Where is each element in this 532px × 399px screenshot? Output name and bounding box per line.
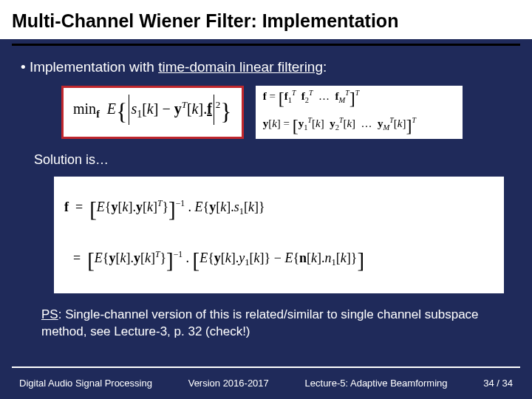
- equation-row: minf E{s1[k] − yT[k].f2} f = [f1T f2T … …: [61, 86, 511, 139]
- solution-line-2: = [E{y[k].y[k]T}]−1 . [E{y[k].y1[k]} − E…: [64, 235, 494, 286]
- footer-center: Version 2016-2017: [188, 378, 269, 389]
- footer-page: 34 / 34: [483, 378, 513, 389]
- content-area: • Implementation with time-domain linear…: [0, 46, 532, 341]
- def-f: f = [f1T f2T … fMT]T: [263, 89, 455, 109]
- bullet-line: • Implementation with time-domain linear…: [21, 59, 511, 75]
- solution-box: f = [E{y[k].y[k]T}]−1 . E{y[k].s1[k]} = …: [54, 177, 504, 293]
- bullet-suffix: :: [323, 59, 327, 75]
- objective-box: minf E{s1[k] − yT[k].f2}: [61, 86, 244, 139]
- ps-text: : Single-channel version of this is rela…: [41, 307, 479, 338]
- objective-equation: minf E{s1[k] − yT[k].f2}: [66, 90, 239, 130]
- title-bar: Multi-Channel Wiener Filter: Implementat…: [0, 0, 532, 39]
- ps-label: PS: [41, 307, 58, 321]
- footer-right: Lecture-5: Adaptive Beamforming: [305, 378, 448, 389]
- definitions-box: f = [f1T f2T … fMT]T y[k] = [y1T[k] y2T[…: [256, 86, 463, 139]
- bullet-prefix: • Implementation with: [21, 59, 158, 75]
- footer-rule: [12, 366, 520, 368]
- bullet-underlined: time-domain linear filtering: [158, 59, 323, 75]
- solution-line-1: f = [E{y[k].y[k]T}]−1 . E{y[k].s1[k]}: [64, 184, 494, 235]
- footer: Digital Audio Signal Processing Version …: [0, 370, 532, 399]
- solution-label: Solution is…: [34, 152, 511, 168]
- def-y: y[k] = [y1T[k] y2T[k] … yMT[k]]T: [263, 116, 455, 136]
- ps-note: PS: Single-channel version of this is re…: [41, 307, 497, 341]
- footer-left: Digital Audio Signal Processing: [19, 378, 152, 389]
- page-title: Multi-Channel Wiener Filter: Implementat…: [12, 10, 520, 32]
